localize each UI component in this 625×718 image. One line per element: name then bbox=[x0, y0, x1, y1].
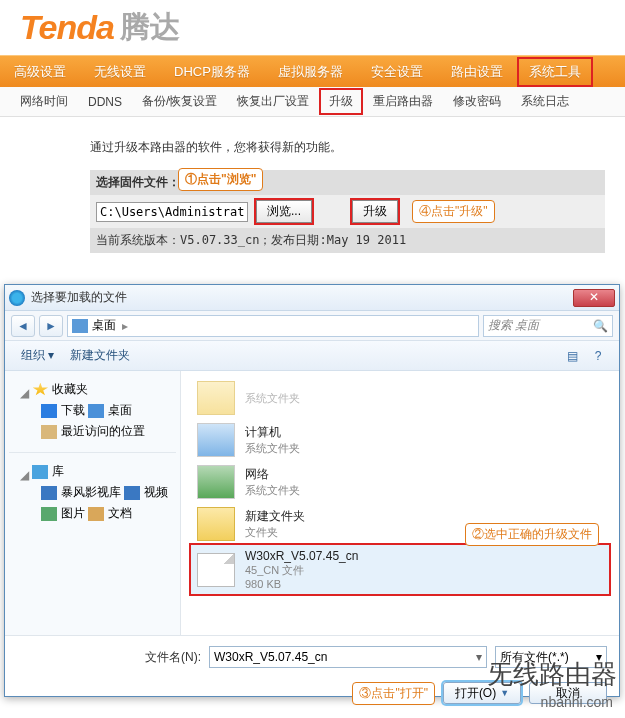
watermark-main: 旡线路由器 bbox=[487, 657, 617, 692]
tree-libraries[interactable]: 库 bbox=[32, 461, 64, 482]
callout-1: ①点击"浏览" bbox=[178, 168, 263, 191]
upgrade-content: 通过升级本路由器的软件，您将获得新的功能。 选择固件文件： ①点击"浏览" 浏览… bbox=[0, 117, 625, 261]
dialog-toolbar: 组织 ▾ 新建文件夹 ▤ ? bbox=[5, 341, 619, 371]
sub-nav: 网络时间 DDNS 备份/恢复设置 恢复出厂设置 升级 重启路由器 修改密码 系… bbox=[0, 87, 625, 117]
breadcrumb-separator: ▸ bbox=[116, 319, 134, 333]
tree-recent[interactable]: 最近访问的位置 bbox=[41, 421, 145, 442]
tree-toggle-libraries[interactable]: ◢ bbox=[19, 468, 29, 482]
computer-icon bbox=[197, 423, 235, 457]
filename-value: W30xR_V5.07.45_cn bbox=[214, 650, 327, 664]
tree-pictures[interactable]: 图片 bbox=[41, 503, 85, 524]
file-item-network[interactable]: 网络 系统文件夹 bbox=[191, 461, 609, 503]
subnav-ddns[interactable]: DDNS bbox=[78, 95, 132, 109]
subnav-backup[interactable]: 备份/恢复设置 bbox=[132, 93, 227, 110]
subnav-syslog[interactable]: 系统日志 bbox=[511, 93, 579, 110]
chevron-down-icon: ▾ bbox=[476, 650, 482, 664]
recent-icon bbox=[41, 425, 57, 439]
close-button[interactable]: ✕ bbox=[573, 289, 615, 307]
subnav-upgrade[interactable]: 升级 bbox=[319, 88, 363, 115]
callout-3: ③点击"打开" bbox=[352, 682, 435, 705]
network-icon bbox=[197, 465, 235, 499]
file-icon bbox=[197, 553, 235, 587]
breadcrumb-desktop[interactable]: 桌面 bbox=[92, 317, 116, 334]
nav-forward-button[interactable]: ► bbox=[39, 315, 63, 337]
file-item-computer[interactable]: 计算机 系统文件夹 bbox=[191, 419, 609, 461]
nav-routing[interactable]: 路由设置 bbox=[437, 63, 517, 81]
picture-icon bbox=[41, 507, 57, 521]
nav-back-button[interactable]: ◄ bbox=[11, 315, 35, 337]
callout-4: ④点击"升级" bbox=[412, 200, 495, 223]
watermark-sub: nbanhi.com bbox=[541, 694, 613, 710]
brand-logo: Tenda bbox=[20, 8, 114, 47]
new-folder-button[interactable]: 新建文件夹 bbox=[62, 347, 138, 364]
subnav-factory[interactable]: 恢复出厂设置 bbox=[227, 93, 319, 110]
tree-toggle-favorites[interactable]: ◢ bbox=[19, 386, 29, 400]
document-icon bbox=[88, 507, 104, 521]
firmware-input-row: 浏览... 升级 ④点击"升级" bbox=[90, 195, 605, 228]
nav-system-tools[interactable]: 系统工具 bbox=[517, 57, 593, 87]
search-icon: 🔍 bbox=[593, 319, 608, 333]
folder-icon bbox=[197, 507, 235, 541]
file-item-partial[interactable]: 系统文件夹 bbox=[191, 377, 609, 419]
dialog-title: 选择要加载的文件 bbox=[31, 289, 573, 306]
star-icon bbox=[32, 383, 48, 397]
download-icon bbox=[41, 404, 57, 418]
callout-2: ②选中正确的升级文件 bbox=[465, 523, 599, 546]
breadcrumb[interactable]: 桌面 ▸ bbox=[67, 315, 479, 337]
nav-advanced[interactable]: 高级设置 bbox=[0, 63, 80, 81]
brand-cn: 腾达 bbox=[120, 7, 180, 48]
nav-wireless[interactable]: 无线设置 bbox=[80, 63, 160, 81]
ie-icon bbox=[9, 290, 25, 306]
file-open-dialog: 选择要加载的文件 ✕ ◄ ► 桌面 ▸ 搜索 桌面 🔍 组织 ▾ 新建文件夹 ▤… bbox=[4, 284, 620, 697]
upgrade-button[interactable]: 升级 bbox=[352, 200, 398, 223]
nav-security[interactable]: 安全设置 bbox=[357, 63, 437, 81]
nav-virtual[interactable]: 虚拟服务器 bbox=[264, 63, 357, 81]
organize-menu[interactable]: 组织 ▾ bbox=[13, 347, 62, 364]
nav-dhcp[interactable]: DHCP服务器 bbox=[160, 63, 264, 81]
subnav-reboot[interactable]: 重启路由器 bbox=[363, 93, 443, 110]
library-icon bbox=[32, 465, 48, 479]
video-icon bbox=[124, 486, 140, 500]
tree-videos[interactable]: 视频 bbox=[124, 482, 168, 503]
folder-icon bbox=[197, 381, 235, 415]
tree-baofeng[interactable]: 暴风影视库 bbox=[41, 482, 121, 503]
select-firmware-label: 选择固件文件： ①点击"浏览" bbox=[90, 170, 605, 195]
brand-header: Tenda 腾达 bbox=[0, 0, 625, 55]
select-firmware-text: 选择固件文件： bbox=[96, 175, 180, 189]
tree-favorites[interactable]: 收藏夹 bbox=[32, 379, 88, 400]
main-nav: 高级设置 无线设置 DHCP服务器 虚拟服务器 安全设置 路由设置 系统工具 bbox=[0, 55, 625, 87]
dialog-titlebar: 选择要加载的文件 ✕ bbox=[5, 285, 619, 311]
firmware-path-input[interactable] bbox=[96, 202, 248, 222]
subnav-password[interactable]: 修改密码 bbox=[443, 93, 511, 110]
tree-documents[interactable]: 文档 bbox=[88, 503, 132, 524]
search-input[interactable]: 搜索 桌面 🔍 bbox=[483, 315, 613, 337]
browse-button[interactable]: 浏览... bbox=[256, 200, 312, 223]
file-list: 系统文件夹 计算机 系统文件夹 网络 系统文件夹 新建文件夹 bbox=[181, 371, 619, 635]
dialog-body: ◢ 收藏夹 下载 桌面 最近访问的位置 ◢ 库 暴风影视库 视频 图片 bbox=[5, 371, 619, 635]
filename-combo[interactable]: W30xR_V5.07.45_cn ▾ bbox=[209, 646, 487, 668]
search-placeholder: 搜索 桌面 bbox=[488, 317, 539, 334]
view-mode-button[interactable]: ▤ bbox=[561, 346, 583, 366]
subnav-time[interactable]: 网络时间 bbox=[10, 93, 78, 110]
file-item-firmware[interactable]: W30xR_V5.07.45_cn 45_CN 文件 980 KB bbox=[191, 545, 609, 594]
desktop-icon bbox=[72, 319, 88, 333]
tree-downloads[interactable]: 下载 bbox=[41, 400, 85, 421]
tree-desktop[interactable]: 桌面 bbox=[88, 400, 132, 421]
dialog-navbar: ◄ ► 桌面 ▸ 搜索 桌面 🔍 bbox=[5, 311, 619, 341]
nav-tree: ◢ 收藏夹 下载 桌面 最近访问的位置 ◢ 库 暴风影视库 视频 图片 bbox=[5, 371, 181, 635]
help-button[interactable]: ? bbox=[587, 346, 609, 366]
upgrade-description: 通过升级本路由器的软件，您将获得新的功能。 bbox=[90, 139, 605, 156]
desktop-icon bbox=[88, 404, 104, 418]
current-version: 当前系统版本：V5.07.33_cn；发布日期:May 19 2011 bbox=[90, 228, 605, 253]
filename-label: 文件名(N): bbox=[145, 649, 201, 666]
video-icon bbox=[41, 486, 57, 500]
